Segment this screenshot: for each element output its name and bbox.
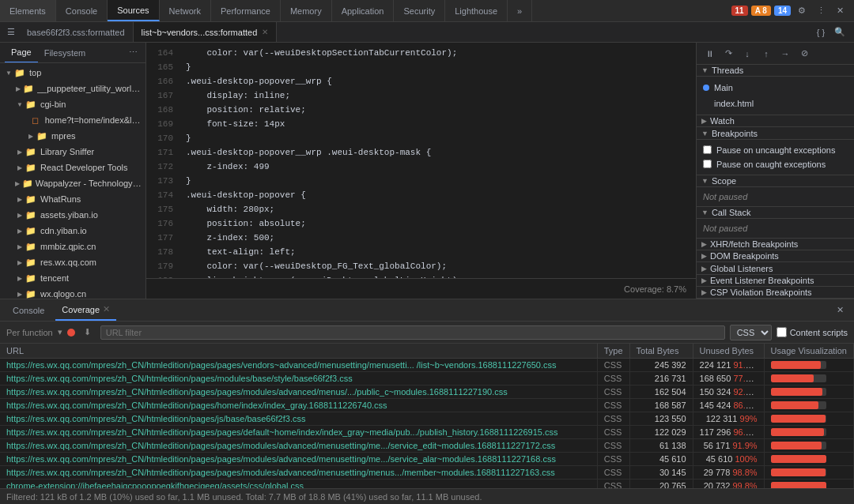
type-filter-select[interactable]: CSS JS All — [730, 325, 772, 340]
settings-button[interactable]: ⚙ — [794, 3, 810, 19]
close-devtools-button[interactable]: ✕ — [832, 3, 848, 19]
content-scripts-checkbox[interactable] — [777, 327, 787, 337]
file-tab-base[interactable]: base66f2f3.css:formatted — [19, 22, 134, 42]
filter-dropdown-icon[interactable]: ▾ — [58, 327, 62, 337]
watch-section-header[interactable]: ▶ Watch — [697, 115, 854, 127]
bottom-tab-coverage-close[interactable]: ✕ — [103, 304, 110, 314]
code-line: } — [186, 174, 696, 188]
col-total[interactable]: Total Bytes — [629, 344, 693, 359]
col-type[interactable]: Type — [597, 344, 629, 359]
step-over-button[interactable]: ↷ — [720, 46, 736, 62]
tree-item-cdn[interactable]: ▶ 📁 cdn.yiban.io — [0, 223, 145, 239]
bottom-tab-coverage[interactable]: Coverage ✕ — [55, 299, 116, 321]
step-button[interactable]: → — [777, 46, 793, 62]
sidebar-more-icon[interactable]: ⋯ — [125, 45, 141, 61]
dom-section-header[interactable]: ▶ DOM Breakpoints — [697, 250, 854, 262]
tab-more[interactable]: » — [508, 0, 532, 21]
bottom-panel: Console Coverage ✕ ✕ Per function ▾ ⬇ CS… — [0, 299, 854, 504]
sidebar-toggle-button[interactable]: ☰ — [3, 24, 19, 40]
global-section-header[interactable]: ▶ Global Listeners — [697, 262, 854, 274]
pause-caught-row[interactable]: Pause on caught exceptions — [703, 157, 848, 171]
tree-item-whatruns[interactable]: ▶ 📁 WhatRuns — [0, 191, 145, 207]
toolbar-icons: 11 A 8 14 ⚙ ⋮ ✕ — [731, 3, 854, 19]
table-row[interactable]: https://res.wx.qq.com/mpres/zh_CN/htmled… — [0, 359, 854, 372]
deactivate-button[interactable]: ⊘ — [796, 46, 812, 62]
tab-performance[interactable]: Performance — [211, 0, 281, 21]
export-button[interactable]: ⬇ — [80, 325, 96, 340]
tree-item-tencent[interactable]: ▶ 📁 tencent — [0, 270, 145, 286]
content-scripts-label[interactable]: Content scripts — [777, 327, 848, 337]
tab-network[interactable]: Network — [160, 0, 211, 21]
step-out-button[interactable]: ↑ — [758, 46, 774, 62]
col-viz[interactable]: Usage Visualization — [764, 344, 853, 359]
scope-section-header[interactable]: ▼ Scope — [697, 175, 854, 187]
tree-item-home-index[interactable]: ◻ home?t=home/index&lang=... — [0, 112, 145, 128]
tab-sources[interactable]: Sources — [108, 0, 159, 21]
csp-section-header[interactable]: ▶ CSP Violation Breakpoints — [697, 287, 854, 299]
table-row[interactable]: https://res.wx.qq.com/mpres/zh_CN/htmled… — [0, 386, 854, 399]
url-filter-input[interactable] — [100, 325, 725, 340]
table-row[interactable]: https://res.wx.qq.com/mpres/zh_CN/htmled… — [0, 426, 854, 439]
tab-security[interactable]: Security — [394, 0, 445, 21]
sidebar-tab-page[interactable]: Page — [5, 43, 38, 62]
pause-caught-checkbox[interactable] — [703, 160, 712, 168]
threads-section-header[interactable]: ▼ Threads — [697, 65, 854, 77]
table-row[interactable]: https://res.wx.qq.com/mpres/zh_CN/htmled… — [0, 453, 854, 466]
search-in-file-button[interactable]: 🔍 — [832, 24, 848, 40]
col-unused[interactable]: Unused Bytes — [693, 344, 764, 359]
table-row[interactable]: https://res.wx.qq.com/mpres/zh_CN/htmled… — [0, 399, 854, 412]
bottom-tab-console[interactable]: Console — [6, 299, 51, 321]
step-into-button[interactable]: ↓ — [739, 46, 755, 62]
callstack-section-header[interactable]: ▼ Call Stack — [697, 207, 854, 219]
pause-uncaught-checkbox[interactable] — [703, 145, 712, 154]
thread-main-dot — [703, 85, 709, 91]
code-lines[interactable]: color: var(--weuiDesktopSectionTabCurren… — [179, 43, 696, 278]
thread-index[interactable]: index.html — [703, 96, 848, 111]
tree-item-library-sniffer[interactable]: ▶ 📁 Library Sniffer — [0, 144, 145, 160]
tree-item-wappalyzer[interactable]: ▶ 📁 Wappalyzer - Technology profiler — [0, 175, 145, 191]
tab-elements[interactable]: Elements — [0, 0, 56, 21]
tab-memory[interactable]: Memory — [281, 0, 332, 21]
file-tab-vendors[interactable]: list~b~vendors...css:formatted ✕ — [134, 22, 278, 42]
more-button[interactable]: ⋮ — [813, 3, 829, 19]
tree-item-res-wx[interactable]: ▶ 📁 res.wx.qq.com — [0, 254, 145, 270]
tree-item-mmbiz[interactable]: ▶ 📁 mmbiz.qpic.cn — [0, 239, 145, 254]
xhr-section-label: XHR/fetch Breakpoints — [710, 239, 798, 249]
badge-info[interactable]: 14 — [774, 6, 791, 16]
bottom-close-button[interactable]: ✕ — [832, 303, 848, 318]
top-toolbar: Elements Console Sources Network Perform… — [0, 0, 854, 22]
table-row[interactable]: https://res.wx.qq.com/mpres/zh_CN/htmled… — [0, 412, 854, 426]
tree-item-mpres[interactable]: ▶ 📁 mpres — [0, 128, 145, 144]
breakpoints-section-header[interactable]: ▼ Breakpoints — [697, 127, 854, 139]
tree-arrow-library: ▶ — [14, 149, 25, 156]
tree-item-cgi[interactable]: ▼ 📁 cgi-bin — [0, 96, 145, 112]
tree-item-wx-qlogo[interactable]: ▶ 📁 wx.qlogo.cn — [0, 286, 145, 299]
event-section-header[interactable]: ▶ Event Listener Breakpoints — [697, 275, 854, 287]
file-tab-vendors-close[interactable]: ✕ — [262, 28, 268, 36]
pause-button[interactable]: ⏸ — [701, 46, 717, 62]
tab-application[interactable]: Application — [332, 0, 395, 21]
thread-main[interactable]: Main — [703, 80, 848, 96]
tree-item-react-dev[interactable]: ▶ 📁 React Developer Tools — [0, 160, 145, 175]
xhr-section-header[interactable]: ▶ XHR/fetch Breakpoints — [697, 239, 854, 250]
table-row[interactable]: https://res.wx.qq.com/mpres/zh_CN/htmled… — [0, 372, 854, 386]
sidebar-tab-filesystem[interactable]: Filesystem — [38, 43, 93, 62]
reload-button[interactable] — [67, 329, 75, 337]
badge-warnings[interactable]: A 8 — [751, 6, 771, 16]
badge-errors[interactable]: 11 — [731, 6, 748, 16]
tab-lighthouse[interactable]: Lighthouse — [445, 0, 508, 21]
tab-console[interactable]: Console — [56, 0, 108, 21]
tree-item-puppeteer[interactable]: ▶ 📁 __puppeteer_utility_world__... — [0, 81, 145, 96]
tree-item-top[interactable]: ▼ 📁 top — [0, 65, 145, 81]
table-row[interactable]: chrome-extension://ibefaeehajgcpooopoegk… — [0, 480, 854, 489]
tree-item-assets-yiban[interactable]: ▶ 📁 assets.yiban.io — [0, 207, 145, 223]
pause-uncaught-row[interactable]: Pause on uncaught exceptions — [703, 143, 848, 157]
table-row[interactable]: https://res.wx.qq.com/mpres/zh_CN/htmled… — [0, 439, 854, 453]
tree-label-cgi: cgi-bin — [40, 100, 66, 109]
col-url[interactable]: URL — [0, 344, 597, 359]
tree-label-assets: assets.yiban.io — [40, 210, 98, 220]
table-row[interactable]: https://res.wx.qq.com/mpres/zh_CN/htmled… — [0, 466, 854, 480]
watch-arrow-icon: ▶ — [701, 117, 707, 125]
right-panel: ⏸ ↷ ↓ ↑ → ⊘ ▼ Threads Main index.html ▶ … — [696, 43, 854, 299]
format-button[interactable]: { } — [813, 24, 829, 40]
